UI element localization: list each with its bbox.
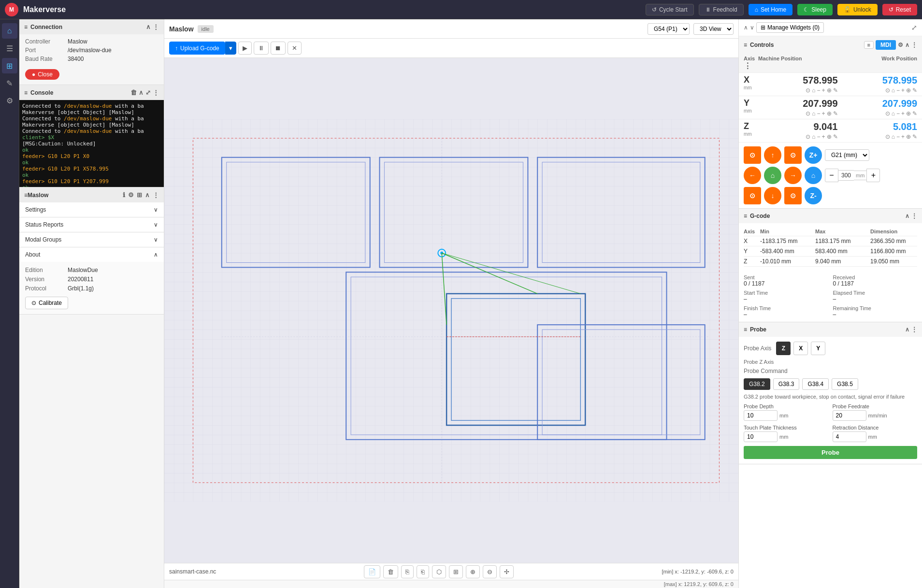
probe-cmd-g385-btn[interactable]: G38.5 bbox=[832, 378, 858, 390]
axis-y-machine-minus-icon[interactable]: − bbox=[817, 110, 820, 117]
view-mode-select[interactable]: 3D View bbox=[693, 23, 734, 35]
jog-speed-minus-btn[interactable]: − bbox=[825, 169, 838, 182]
controls-more-btn[interactable]: ⋮ bbox=[911, 42, 917, 48]
jog-unit-select[interactable]: G21 (mm) bbox=[825, 149, 869, 161]
connection-collapse-btn[interactable]: ∧ bbox=[146, 23, 151, 30]
jog-y-minus-btn[interactable]: ↓ bbox=[764, 187, 781, 204]
controls-list-view-btn[interactable]: ≡ bbox=[864, 41, 874, 49]
sleep-button[interactable]: ☾ Sleep bbox=[797, 4, 833, 15]
right-panel-collapse-up-btn[interactable]: ∧ bbox=[744, 24, 748, 31]
right-panel-collapse-down-btn[interactable]: ∨ bbox=[750, 24, 754, 31]
reset-button[interactable]: ↺ Reset bbox=[882, 4, 917, 15]
unlock-button[interactable]: 🔓 Unlock bbox=[837, 4, 878, 15]
about-accordion-header[interactable]: About ∧ bbox=[19, 247, 164, 262]
maslow-settings-btn[interactable]: ⚙ bbox=[128, 191, 134, 199]
axis-y-work-plus-icon[interactable]: + bbox=[901, 110, 905, 117]
axis-z-work-home-icon[interactable]: ⌂ bbox=[892, 133, 895, 140]
sidebar-item-widget[interactable]: ☰ bbox=[2, 41, 17, 56]
axis-y-machine-home-icon[interactable]: ⌂ bbox=[812, 110, 815, 117]
jog-x-minus-btn[interactable]: ← bbox=[744, 167, 761, 184]
cycle-start-button[interactable]: ↺ Cycle Start bbox=[646, 4, 694, 15]
axis-y-work-edit-icon[interactable]: ✎ bbox=[912, 110, 917, 117]
axis-z-machine-zero-icon[interactable]: ⊙ bbox=[806, 133, 810, 140]
connection-more-btn[interactable]: ⋮ bbox=[153, 23, 159, 30]
console-up-btn[interactable]: ∧ bbox=[139, 89, 144, 96]
copy-btn[interactable]: ⎘ bbox=[401, 565, 414, 578]
axis-z-work-plus-icon[interactable]: + bbox=[901, 133, 905, 140]
jog-speed-plus-btn[interactable]: + bbox=[866, 169, 880, 182]
probe-more-btn[interactable]: ⋮ bbox=[911, 326, 917, 333]
axis-x-machine-plus-icon[interactable]: + bbox=[821, 87, 825, 94]
axis-x-machine-target-icon[interactable]: ⊕ bbox=[827, 87, 832, 94]
gcode-collapse-btn[interactable]: ∧ bbox=[905, 213, 909, 219]
zoom-in-btn[interactable]: ⊕ bbox=[466, 565, 480, 578]
axis-y-machine-target-icon[interactable]: ⊕ bbox=[827, 110, 832, 117]
probe-retraction-input[interactable] bbox=[833, 431, 866, 442]
axis-y-work-target-icon[interactable]: ⊕ bbox=[906, 110, 911, 117]
probe-feedrate-input[interactable] bbox=[833, 410, 866, 421]
axis-z-machine-plus-icon[interactable]: + bbox=[821, 133, 825, 140]
axis-x-work-edit-icon[interactable]: ✎ bbox=[912, 87, 917, 94]
axis-x-machine-edit-icon[interactable]: ✎ bbox=[833, 87, 838, 94]
sidebar-item-settings[interactable]: ⚙ bbox=[2, 93, 17, 108]
console-expand-btn[interactable]: ⤢ bbox=[145, 89, 151, 96]
pan-btn[interactable]: ✢ bbox=[500, 565, 514, 578]
gcode-more-btn[interactable]: ⋮ bbox=[911, 213, 917, 219]
axis-z-work-edit-icon[interactable]: ✎ bbox=[912, 133, 917, 140]
sidebar-item-layout[interactable]: ⊞ bbox=[2, 58, 17, 73]
controls-collapse-btn[interactable]: ∧ bbox=[905, 42, 909, 48]
probe-collapse-btn[interactable]: ∧ bbox=[905, 326, 909, 333]
close-gcode-button[interactable]: ✕ bbox=[288, 42, 302, 55]
probe-z-axis-btn[interactable]: Z bbox=[776, 342, 791, 355]
modal-groups-accordion-header[interactable]: Modal Groups ∨ bbox=[19, 232, 164, 247]
feedhold-button[interactable]: ⏸ Feedhold bbox=[699, 4, 744, 15]
axis-x-work-target-icon[interactable]: ⊕ bbox=[906, 87, 911, 94]
pause-button[interactable]: ⏸ bbox=[254, 42, 269, 55]
zoom-out-btn[interactable]: ⊖ bbox=[483, 565, 497, 578]
layout-btn[interactable]: ⊞ bbox=[449, 565, 463, 578]
jog-z-plus-btn[interactable]: Z+ bbox=[805, 146, 822, 164]
paste-btn[interactable]: ⎗ bbox=[417, 565, 429, 578]
axis-y-machine-edit-icon[interactable]: ✎ bbox=[833, 110, 838, 117]
axis-x-work-zero-icon[interactable]: ⊙ bbox=[885, 87, 890, 94]
delete-btn[interactable]: 🗑 bbox=[383, 565, 398, 578]
probe-cmd-g382-btn[interactable]: G38.2 bbox=[744, 378, 770, 390]
3d-view-btn[interactable]: ⬡ bbox=[432, 565, 446, 578]
upload-gcode-button[interactable]: ↑ Upload G-code bbox=[169, 42, 225, 55]
coord-system-select[interactable]: G54 (P1) bbox=[648, 23, 690, 35]
axis-y-work-home-icon[interactable]: ⌂ bbox=[892, 110, 895, 117]
jog-zero2-btn[interactable]: ⊙ bbox=[744, 187, 761, 204]
axis-y-machine-plus-icon[interactable]: + bbox=[821, 110, 825, 117]
jog-z-zero-btn[interactable]: ⊙ bbox=[784, 146, 802, 164]
probe-run-button[interactable]: Probe bbox=[744, 446, 917, 459]
axis-x-machine-zero-icon[interactable]: ⊙ bbox=[806, 87, 810, 94]
view-file-btn[interactable]: 📄 bbox=[364, 565, 380, 578]
controls-settings-icon[interactable]: ⚙ bbox=[898, 42, 903, 48]
mdi-button[interactable]: MDI bbox=[876, 40, 896, 50]
console-output[interactable]: Connected to /dev/maslow-due with a ba M… bbox=[19, 100, 164, 187]
console-clear-btn[interactable]: 🗑 bbox=[130, 89, 137, 96]
canvas-view[interactable] bbox=[164, 58, 738, 563]
jog-z-minus-btn[interactable]: Z- bbox=[805, 187, 822, 204]
sidebar-item-edit[interactable]: ✎ bbox=[2, 75, 17, 91]
axis-y-machine-zero-icon[interactable]: ⊙ bbox=[806, 110, 810, 117]
maslow-collapse-btn[interactable]: ∧ bbox=[145, 191, 150, 199]
axis-x-machine-home-icon[interactable]: ⌂ bbox=[812, 87, 815, 94]
jog-zero-btn[interactable]: ⊙ bbox=[744, 146, 761, 164]
probe-cmd-g383-btn[interactable]: G38.3 bbox=[773, 378, 800, 390]
set-home-button[interactable]: ⌂ Set Home bbox=[749, 4, 793, 15]
settings-accordion-header[interactable]: Settings ∨ bbox=[19, 202, 164, 217]
axis-z-work-target-icon[interactable]: ⊕ bbox=[906, 133, 911, 140]
maslow-more-btn[interactable]: ⋮ bbox=[153, 191, 159, 199]
sidebar-item-home[interactable]: ⌂ bbox=[2, 23, 17, 39]
axis-z-work-minus-icon[interactable]: − bbox=[896, 133, 900, 140]
probe-x-axis-btn[interactable]: X bbox=[793, 342, 808, 355]
jog-y-plus-btn[interactable]: ↑ bbox=[764, 146, 781, 164]
axis-z-machine-target-icon[interactable]: ⊕ bbox=[827, 133, 832, 140]
axis-z-machine-edit-icon[interactable]: ✎ bbox=[833, 133, 838, 140]
upload-gcode-dropdown-button[interactable]: ▾ bbox=[225, 42, 236, 55]
maslow-grid-btn[interactable]: ⊞ bbox=[137, 191, 142, 199]
axis-z-work-zero-icon[interactable]: ⊙ bbox=[885, 133, 890, 140]
axis-x-work-home-icon[interactable]: ⌂ bbox=[892, 87, 895, 94]
stop-button[interactable]: ⏹ bbox=[271, 42, 286, 55]
